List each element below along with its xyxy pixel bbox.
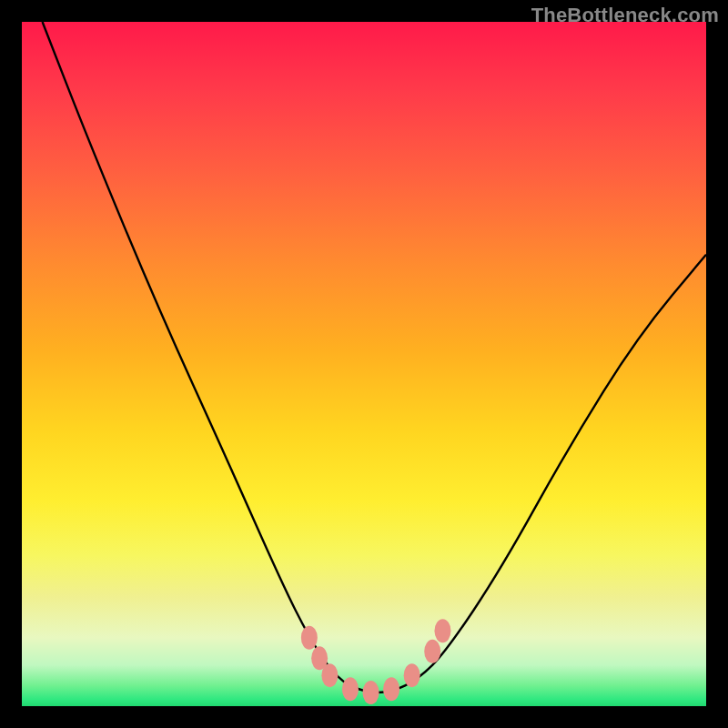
marker-cluster: [301, 619, 451, 704]
bottleneck-curve-line: [43, 22, 706, 693]
marker-dot: [363, 681, 379, 704]
marker-dot: [301, 626, 318, 650]
marker-dot: [383, 677, 399, 701]
marker-dot: [342, 677, 359, 701]
marker-dot: [434, 619, 450, 642]
chart-svg: [22, 22, 706, 706]
marker-dot: [404, 663, 420, 687]
watermark-text: TheBottleneck.com: [531, 4, 719, 27]
marker-dot: [321, 663, 338, 687]
marker-dot: [424, 640, 440, 663]
